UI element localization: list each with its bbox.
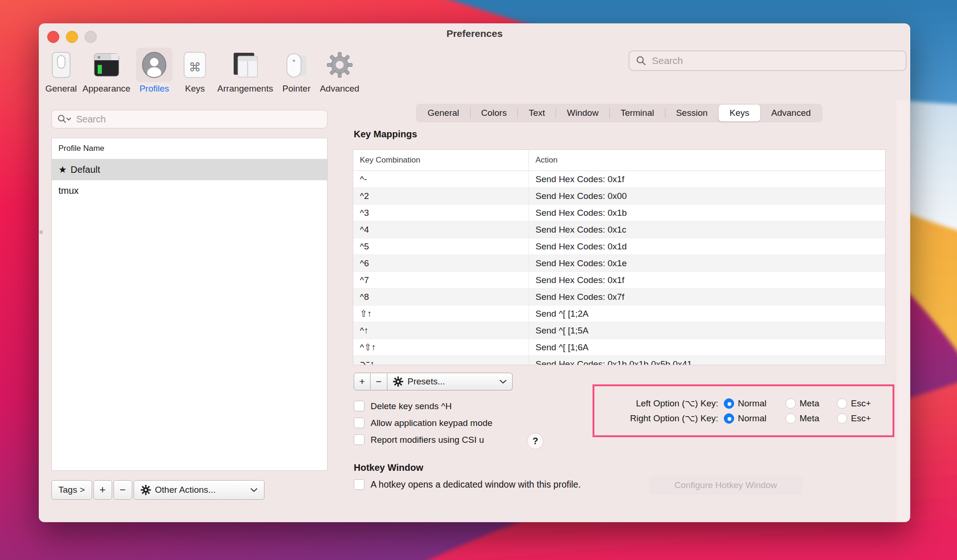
toolbar-item-general[interactable]: General: [45, 48, 77, 94]
chevron-down-icon: [500, 380, 507, 384]
column-header-action[interactable]: Action: [528, 150, 885, 170]
radio-selected-icon[interactable]: [724, 413, 734, 424]
key-mapping-row[interactable]: ^↑Send ^[ [1;5A: [353, 322, 885, 339]
toolbar-label: Profiles: [139, 84, 169, 94]
key-combination-cell: ^6: [353, 255, 528, 271]
toolbar-label: Arrangements: [217, 84, 273, 94]
profile-row-default[interactable]: ★Default: [52, 159, 327, 180]
key-mapping-row[interactable]: ^-Send Hex Codes: 0x1f: [353, 171, 885, 187]
key-mapping-row[interactable]: ^2Send Hex Codes: 0x00: [353, 187, 885, 204]
key-mapping-row[interactable]: ^8Send Hex Codes: 0x7f: [353, 288, 885, 305]
add-profile-button[interactable]: +: [93, 480, 112, 500]
tab-terminal[interactable]: Terminal: [610, 105, 665, 121]
action-cell: Send Hex Codes: 0x1f: [528, 272, 885, 288]
gear-icon: [393, 376, 403, 387]
radio-icon[interactable]: [837, 413, 847, 424]
profile-person-icon: [136, 48, 172, 82]
search-filter-icon[interactable]: [57, 114, 71, 124]
content-scrollbar-track[interactable]: [896, 100, 909, 521]
toolbar-item-pointer[interactable]: Pointer: [279, 48, 314, 94]
profile-list-header: Profile Name: [52, 138, 327, 159]
key-mappings-table[interactable]: Key Combination Action ^-Send Hex Codes:…: [353, 149, 886, 365]
toolbar-item-appearance[interactable]: × Appearance: [83, 48, 130, 94]
action-cell: Send Hex Codes: 0x1b 0x1b 0x5b 0x41: [528, 356, 885, 365]
add-key-mapping-button[interactable]: +: [354, 373, 371, 390]
toolbar-search-input[interactable]: [651, 55, 899, 67]
key-mapping-row[interactable]: ⇧↑Send ^[ [1;2A: [353, 305, 885, 322]
right-option-meta-choice[interactable]: Meta: [786, 413, 837, 424]
gear-icon: [321, 48, 358, 82]
remove-profile-button[interactable]: −: [114, 480, 132, 500]
window-title: Preferences: [39, 28, 910, 39]
pane-resize-handle[interactable]: [39, 230, 43, 234]
toolbar-label: General: [45, 84, 77, 94]
csi-u-help-button[interactable]: ?: [527, 433, 543, 449]
tab-colors[interactable]: Colors: [471, 105, 518, 121]
checkbox-row-keypad-mode: Allow application keypad mode: [354, 418, 493, 428]
action-cell: Send Hex Codes: 0x00: [528, 188, 885, 204]
delete-key-checkbox[interactable]: [354, 401, 364, 411]
action-cell: Send ^[ [1;6A: [528, 339, 885, 355]
key-combination-cell: ^4: [353, 221, 528, 238]
radio-label: Esc+: [851, 398, 871, 409]
profile-search-input[interactable]: [75, 113, 321, 125]
profile-row-tmux[interactable]: tmux: [52, 180, 327, 201]
tab-session[interactable]: Session: [665, 105, 719, 121]
radio-label: Normal: [738, 413, 766, 424]
radio-label: Normal: [738, 398, 766, 409]
mouse-icon: [279, 48, 314, 82]
radio-selected-icon[interactable]: [724, 398, 734, 409]
right-option-normal-choice[interactable]: Normal: [724, 413, 786, 424]
toolbar-label: Appearance: [83, 84, 130, 94]
key-mapping-row[interactable]: ^3Send Hex Codes: 0x1b: [353, 204, 885, 221]
left-option-key-row: Left Option (⌥) Key: Normal Meta Esc+: [594, 398, 893, 409]
option-key-highlight-box: Left Option (⌥) Key: Normal Meta Esc+ Ri…: [593, 384, 894, 437]
radio-icon[interactable]: [786, 413, 796, 424]
tab-window[interactable]: Window: [556, 105, 609, 121]
key-mappings-table-header: Key Combination Action: [353, 150, 885, 171]
toolbar-item-advanced[interactable]: Advanced: [320, 48, 359, 94]
toolbar-item-arrangements[interactable]: Arrangements: [217, 48, 273, 94]
tab-general[interactable]: General: [417, 105, 470, 121]
tab-advanced[interactable]: Advanced: [761, 105, 822, 121]
key-mapping-row[interactable]: ⌥↑Send Hex Codes: 0x1b 0x1b 0x5b 0x41: [353, 355, 885, 365]
checkbox-row-csi-u: Report modifiers using CSI u: [354, 434, 484, 445]
other-actions-dropdown[interactable]: Other Actions...: [134, 480, 264, 500]
csi-u-checkbox[interactable]: [354, 434, 364, 445]
toolbar-label: Keys: [185, 84, 205, 94]
keypad-mode-checkbox[interactable]: [354, 418, 364, 428]
action-cell: Send Hex Codes: 0x1e: [528, 255, 885, 271]
key-combination-cell: ^↑: [353, 322, 528, 339]
radio-icon[interactable]: [786, 398, 796, 409]
key-mapping-row[interactable]: ^7Send Hex Codes: 0x1f: [353, 271, 885, 288]
tab-keys[interactable]: Keys: [719, 105, 760, 121]
key-mapping-row[interactable]: ^4Send Hex Codes: 0x1c: [353, 221, 885, 238]
action-cell: Send Hex Codes: 0x1f: [528, 171, 885, 187]
profile-search-field[interactable]: [51, 110, 328, 128]
key-mapping-row[interactable]: ^6Send Hex Codes: 0x1e: [353, 255, 885, 271]
toolbar-item-keys[interactable]: ⌘ Keys: [178, 48, 212, 94]
right-option-esc-choice[interactable]: Esc+: [837, 413, 892, 424]
tab-text[interactable]: Text: [518, 105, 556, 121]
remove-key-mapping-button[interactable]: −: [371, 373, 387, 390]
configure-hotkey-window-button[interactable]: Configure Hotkey Window: [649, 475, 803, 495]
preferences-toolbar: General × Appearance: [45, 48, 359, 94]
radio-icon[interactable]: [837, 398, 847, 409]
presets-dropdown[interactable]: Presets...: [387, 373, 513, 390]
left-option-esc-choice[interactable]: Esc+: [837, 398, 892, 409]
toolbar-item-profiles[interactable]: Profiles: [136, 48, 172, 94]
toolbar-search-field[interactable]: [628, 50, 907, 71]
action-cell: Send Hex Codes: 0x1d: [528, 238, 885, 255]
hotkey-checkbox-label: A hotkey opens a dedicated window with t…: [371, 479, 581, 490]
tags-button[interactable]: Tags >: [51, 480, 92, 500]
presets-label: Presets...: [407, 376, 445, 387]
column-header-key-combination[interactable]: Key Combination: [353, 150, 528, 170]
checkbox-row-delete-key: Delete key sends ^H: [354, 401, 452, 411]
hotkey-checkbox[interactable]: [354, 479, 364, 490]
left-option-normal-choice[interactable]: Normal: [724, 398, 786, 409]
left-option-meta-choice[interactable]: Meta: [786, 398, 837, 409]
key-mapping-row[interactable]: ^5Send Hex Codes: 0x1d: [353, 238, 885, 255]
search-icon: [636, 56, 646, 66]
key-mapping-row[interactable]: ^⇧↑Send ^[ [1;6A: [353, 339, 885, 355]
right-option-key-row: Right Option (⌥) Key: Normal Meta Esc+: [594, 413, 893, 424]
